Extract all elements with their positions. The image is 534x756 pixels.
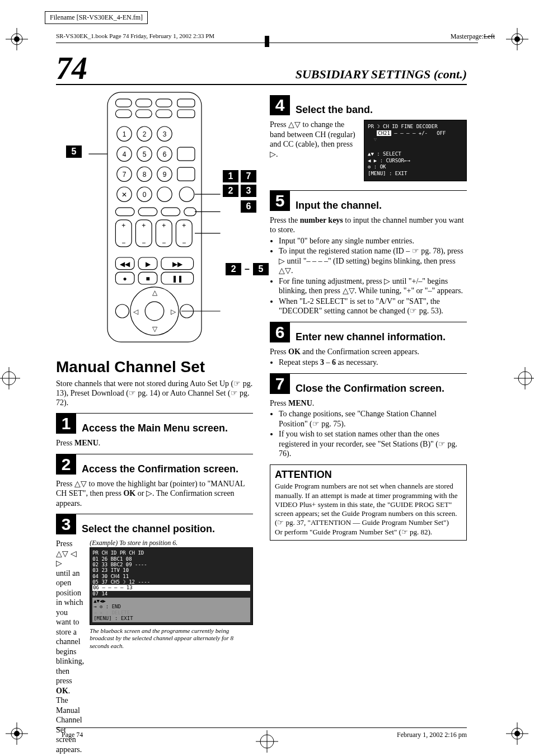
- screen-caption: The blueback screen and the programme cu…: [90, 627, 253, 650]
- svg-text:■: ■: [146, 275, 149, 283]
- callout-2: 2: [226, 263, 241, 275]
- svg-text:1: 1: [123, 130, 127, 138]
- attention-paragraph: Or perform "Guide Program Number Set" (☞…: [275, 528, 462, 537]
- svg-text:8: 8: [143, 171, 147, 179]
- svg-text:4: 4: [123, 151, 127, 158]
- content-area: 1 2 3 4 5 6 7 8 9 ✕ 0: [56, 90, 467, 756]
- step-body: Press the number keys to input the chann…: [270, 215, 467, 316]
- list-item: If you wish to set station names other t…: [279, 429, 467, 459]
- step-title: Select the band.: [296, 104, 373, 116]
- osd-line: [MENU] : EXIT: [93, 616, 249, 621]
- list-item: Repeat steps 3 – 6 as necessary.: [279, 358, 467, 368]
- list-item: For fine tuning adjustment, press ▷ unti…: [279, 276, 467, 296]
- svg-text:❚❚: ❚❚: [172, 275, 183, 283]
- osd-screen: PR ☽ CH ID FINE DECODER CH21 – – – – +/-…: [364, 120, 467, 181]
- list-item: To change positions, see "Change Station…: [279, 409, 467, 429]
- registration-mark-icon: [0, 367, 20, 389]
- step3-screen-block: (Example) To store in position 6. PR CH …: [90, 539, 253, 754]
- masterpage-label: Masterpage:Left: [451, 32, 495, 41]
- callout-3: 3: [241, 185, 256, 197]
- svg-text:2: 2: [143, 130, 147, 138]
- attention-paragraph: Guide Program numbers are not set when c…: [275, 482, 462, 527]
- main-heading: Manual Channel Set: [56, 358, 253, 376]
- step-title: Close the Confirmation screen.: [296, 383, 444, 395]
- step-number: 7: [270, 374, 290, 394]
- book-line: SR-VS30EK_1.book Page 74 Friday, Februar…: [56, 32, 214, 39]
- step-3: 3 Select the channel position. Press △▽ …: [56, 514, 253, 754]
- svg-text:▶: ▶: [146, 260, 151, 268]
- crop-mark-icon: [6, 722, 28, 745]
- osd-line: ◀ ▶ : CURSOR←→: [368, 158, 463, 165]
- step-number: 3: [56, 514, 76, 534]
- svg-text:+: +: [121, 222, 125, 229]
- svg-text:▶▶: ▶▶: [172, 260, 183, 268]
- osd-line: 01 26 BBC1 08: [92, 556, 250, 562]
- svg-text:−: −: [121, 239, 125, 247]
- masterpage-value: Left: [484, 32, 495, 40]
- svg-text:◁: ◁: [133, 308, 139, 316]
- crop-mark-icon: [506, 28, 528, 50]
- step-7: 7 Close the Confirmation screen. Press M…: [270, 373, 467, 459]
- svg-text:▷: ▷: [171, 308, 176, 316]
- step-title: Input the channel.: [296, 200, 382, 212]
- masterpage-key: Masterpage:: [451, 32, 484, 40]
- footer-page: Page 74: [62, 731, 83, 739]
- step-title: Select the channel position.: [82, 523, 215, 535]
- osd-line: → ✕ : DELETE: [93, 610, 249, 616]
- registration-mark-icon: [256, 30, 278, 53]
- svg-rect-25: [265, 36, 269, 47]
- svg-text:▽: ▽: [152, 325, 158, 333]
- step-body: PR ☽ CH ID FINE DECODER CH21 – – – – +/-…: [270, 120, 467, 185]
- step-title: Enter new channel information.: [296, 331, 446, 343]
- list-item: To input the registered station name (ID…: [279, 246, 467, 276]
- horizontal-rule: [56, 84, 467, 85]
- osd-line-highlighted: 06 – – – – 13: [92, 585, 250, 590]
- step-number: 5: [270, 191, 290, 211]
- left-column: 1 2 3 4 5 6 7 8 9 ✕ 0: [56, 90, 253, 756]
- callout-1: 1: [223, 170, 238, 182]
- step3-text: Press △▽ ◁ ▷ until an open position in w…: [56, 539, 84, 754]
- section-header: SUBSIDIARY SETTINGS (cont.): [296, 67, 467, 82]
- horizontal-rule: [56, 43, 478, 43]
- svg-text:−: −: [142, 239, 146, 247]
- svg-text:△: △: [152, 289, 158, 297]
- svg-text:●: ●: [123, 275, 127, 283]
- callout-dash: –: [243, 264, 251, 274]
- svg-text:−: −: [162, 239, 166, 247]
- step-number: 2: [56, 454, 76, 475]
- osd-line: ⊙ : OK: [368, 164, 463, 171]
- osd-line: PR ☽ CH ID FINE DECODER: [368, 124, 463, 130]
- callout-group: 2 – 5: [226, 263, 269, 275]
- step-1: 1 Access the Main Menu screen. Press MEN…: [56, 413, 253, 448]
- step-6: 6 Enter new channel information. Press O…: [270, 322, 467, 368]
- osd-line: ▽: [368, 137, 463, 143]
- svg-text:7: 7: [123, 171, 127, 179]
- osd-line: PR CH ID PR CH ID: [92, 550, 250, 556]
- osd-screen: PR CH ID PR CH ID 01 26 BBC1 08 02 33 BB…: [90, 547, 253, 624]
- step-number: 4: [270, 95, 290, 115]
- list-item: When "L-2 SELECT" is set to "A/V" or "SA…: [279, 297, 467, 316]
- step-body: Press MENU. To change positions, see "Ch…: [270, 398, 467, 459]
- step-2: 2 Access the Confirmation screen. Press …: [56, 454, 253, 509]
- remote-control-icon: 1 2 3 4 5 6 7 8 9 ✕ 0: [87, 90, 222, 345]
- horizontal-rule: [56, 727, 467, 728]
- spacer: [368, 143, 463, 151]
- attention-box: ATTENTION Guide Program numbers are not …: [270, 464, 467, 541]
- svg-text:+: +: [182, 222, 186, 229]
- attention-title: ATTENTION: [275, 468, 462, 481]
- step-body: Press OK and the Confirmation screen app…: [270, 347, 467, 368]
- osd-line: 02 33 BBC2 09 ----: [92, 562, 250, 567]
- callout-group: 2 3: [223, 185, 256, 197]
- svg-text:+: +: [162, 222, 166, 229]
- svg-text:5: 5: [143, 151, 147, 158]
- step-title: Access the Confirmation screen.: [82, 463, 238, 475]
- svg-text:0: 0: [143, 191, 147, 199]
- osd-line: → ⊙ : END: [93, 604, 249, 609]
- registration-mark-icon: [514, 367, 534, 389]
- step-4: 4 Select the band. PR ☽ CH ID FINE DECOD…: [270, 95, 467, 185]
- svg-text:−: −: [182, 239, 186, 247]
- remote-figure: 1 2 3 4 5 6 7 8 9 ✕ 0: [56, 90, 253, 347]
- osd-control-area: ▲▼◀▶ → ⊙ : END → ✕ : DELETE [MENU] : EXI…: [92, 598, 250, 622]
- osd-line: ▲▼ : SELECT: [368, 151, 463, 158]
- svg-text:9: 9: [163, 171, 167, 179]
